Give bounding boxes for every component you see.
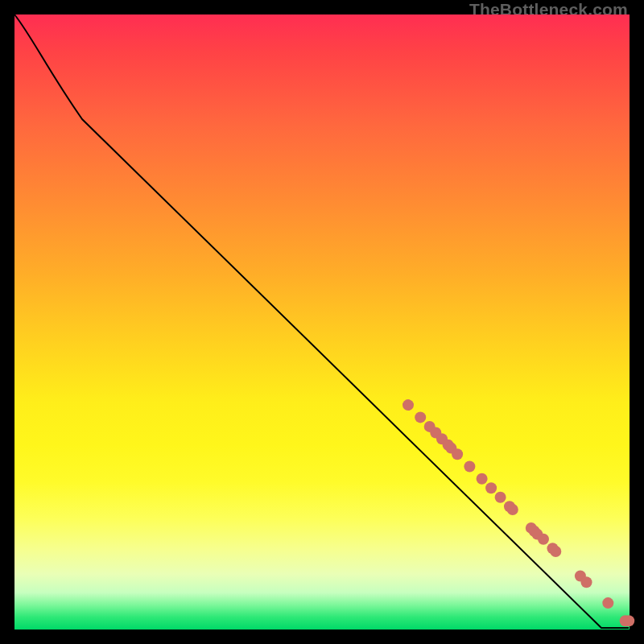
marker-dot [452,448,463,460]
marker-dot [623,615,634,626]
chart-overlay [14,14,630,630]
marker-dot [402,399,414,411]
marker-group [402,399,634,626]
plot-area [14,14,630,630]
marker-dot [415,411,426,423]
marker-dot [477,473,488,485]
marker-dot [507,504,518,515]
marker-dot [485,482,497,493]
marker-dot [495,492,506,503]
marker-dot [550,546,561,557]
marker-dot [581,576,592,588]
marker-dot [602,597,613,609]
chart-frame: TheBottleneck.com [0,0,644,644]
marker-dot [538,534,549,545]
marker-dot [464,461,475,473]
